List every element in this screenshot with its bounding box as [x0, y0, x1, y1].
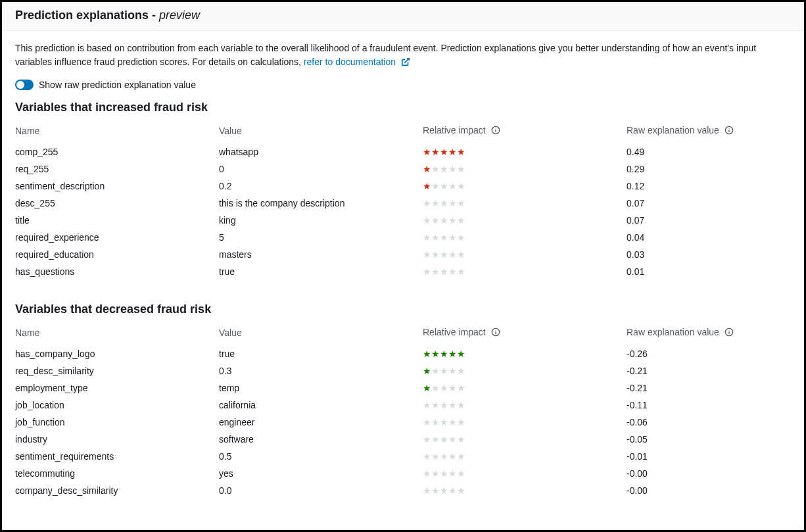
table-row: req_desc_similarity0.3★★★★★-0.21 [15, 362, 791, 379]
col-impact-header: Relative impact [423, 120, 627, 143]
panel-container: Prediction explanations - preview This p… [0, 0, 806, 532]
cell-impact: ★★★★★ [423, 229, 627, 246]
table-row: comp_255whatsapp★★★★★0.49 [15, 143, 791, 160]
cell-name: title [15, 212, 219, 229]
documentation-link-text: refer to documentation [304, 57, 396, 67]
star-rating: ★★★★★ [423, 400, 465, 410]
cell-raw: 0.29 [627, 160, 791, 178]
cell-value: software [219, 431, 423, 448]
svg-point-5 [728, 128, 729, 129]
star-rating: ★★★★★ [423, 181, 465, 191]
table-row: required_experience5★★★★★0.04 [15, 229, 791, 246]
col-raw-label: Raw explanation value [627, 327, 719, 337]
cell-value: temp [219, 379, 423, 397]
cell-name: desc_255 [15, 195, 219, 212]
star-rating: ★★★★★ [423, 468, 465, 479]
table-row: has_company_logotrue★★★★★-0.26 [15, 345, 791, 362]
table-row: has_questionstrue★★★★★0.01 [15, 263, 791, 280]
star-rating: ★★★★★ [423, 147, 465, 157]
star-rating: ★★★★★ [423, 198, 465, 208]
table-row: sentiment_description0.2★★★★★0.12 [15, 178, 791, 195]
cell-raw: -0.00 [627, 465, 791, 482]
cell-raw: -0.00 [627, 482, 791, 499]
col-value-header: Value [219, 322, 423, 345]
panel-title-preview: preview [159, 9, 200, 22]
svg-point-11 [728, 330, 729, 331]
cell-value: this is the company description [219, 195, 423, 212]
star-rating: ★★★★★ [423, 366, 465, 376]
svg-point-2 [495, 128, 496, 129]
col-raw-header: Raw explanation value [627, 120, 791, 143]
cell-raw: 0.04 [627, 229, 791, 246]
cell-impact: ★★★★★ [423, 397, 627, 414]
cell-impact: ★★★★★ [423, 263, 627, 280]
table-row: req_2550★★★★★0.29 [15, 160, 791, 178]
cell-raw: 0.01 [627, 263, 791, 280]
star-rating: ★★★★★ [423, 215, 465, 226]
cell-name: telecommuting [15, 465, 219, 482]
cell-name: comp_255 [15, 143, 219, 160]
panel-title-main: Prediction explanations - [15, 9, 156, 22]
cell-raw: -0.05 [627, 431, 791, 448]
table-row: required_educationmasters★★★★★0.03 [15, 246, 791, 263]
table-row: employment_typetemp★★★★★-0.21 [15, 379, 791, 397]
cell-name: req_255 [15, 160, 219, 178]
cell-impact: ★★★★★ [423, 414, 627, 431]
table-row: job_functionengineer★★★★★-0.06 [15, 414, 791, 431]
decreased-heading: Variables that decreased fraud risk [15, 302, 791, 316]
star-rating: ★★★★★ [423, 383, 465, 393]
table-header-row: Name Value Relative impact Raw explanati… [15, 120, 791, 143]
table-row: job_locationcalifornia★★★★★-0.11 [15, 397, 791, 414]
cell-impact: ★★★★★ [423, 345, 627, 362]
cell-value: whatsapp [219, 143, 423, 160]
star-rating: ★★★★★ [423, 232, 465, 243]
col-name-header: Name [15, 322, 219, 345]
toggle-row: Show raw prediction explanation value [15, 80, 791, 90]
cell-value: 0.5 [219, 448, 423, 465]
info-icon[interactable] [491, 126, 500, 137]
info-icon[interactable] [724, 327, 734, 339]
cell-raw: -0.06 [627, 414, 791, 431]
panel-header: Prediction explanations - preview [2, 2, 804, 31]
table-row: titleking★★★★★0.07 [15, 212, 791, 229]
cell-raw: 0.07 [627, 195, 791, 212]
cell-value: masters [219, 246, 423, 263]
documentation-link[interactable]: refer to documentation [304, 57, 410, 67]
table-row: industrysoftware★★★★★-0.05 [15, 431, 791, 448]
cell-raw: 0.12 [627, 178, 791, 195]
cell-raw: -0.21 [627, 379, 791, 397]
cell-name: industry [15, 431, 219, 448]
col-raw-header: Raw explanation value [627, 322, 791, 345]
panel-body: This prediction is based on contribution… [2, 31, 804, 512]
cell-name: employment_type [15, 379, 219, 397]
col-raw-label: Raw explanation value [627, 125, 719, 135]
star-rating: ★★★★★ [423, 349, 465, 359]
cell-impact: ★★★★★ [423, 465, 627, 482]
star-rating: ★★★★★ [423, 164, 465, 174]
info-icon[interactable] [724, 126, 734, 137]
cell-name: req_desc_similarity [15, 362, 219, 379]
external-link-icon [401, 58, 410, 68]
table-row: desc_255this is the company description★… [15, 195, 791, 212]
cell-impact: ★★★★★ [423, 431, 627, 448]
cell-impact: ★★★★★ [423, 143, 627, 160]
col-impact-header: Relative impact [423, 322, 627, 345]
show-raw-toggle[interactable] [15, 80, 34, 90]
cell-value: 5 [219, 229, 423, 246]
cell-raw: -0.21 [627, 362, 791, 379]
cell-name: job_function [15, 414, 219, 431]
cell-value: 0.2 [219, 178, 423, 195]
cell-raw: 0.49 [627, 143, 791, 160]
cell-name: sentiment_description [15, 178, 219, 195]
cell-value: 0 [219, 160, 423, 178]
col-value-header: Value [219, 120, 423, 143]
table-header-row: Name Value Relative impact Raw explanati… [15, 322, 791, 345]
col-name-header: Name [15, 120, 219, 143]
cell-value: king [219, 212, 423, 229]
cell-raw: -0.26 [627, 345, 791, 362]
cell-name: has_company_logo [15, 345, 219, 362]
cell-raw: -0.01 [627, 448, 791, 465]
info-icon[interactable] [491, 327, 500, 339]
cell-name: job_location [15, 397, 219, 414]
increased-heading: Variables that increased fraud risk [15, 101, 791, 114]
